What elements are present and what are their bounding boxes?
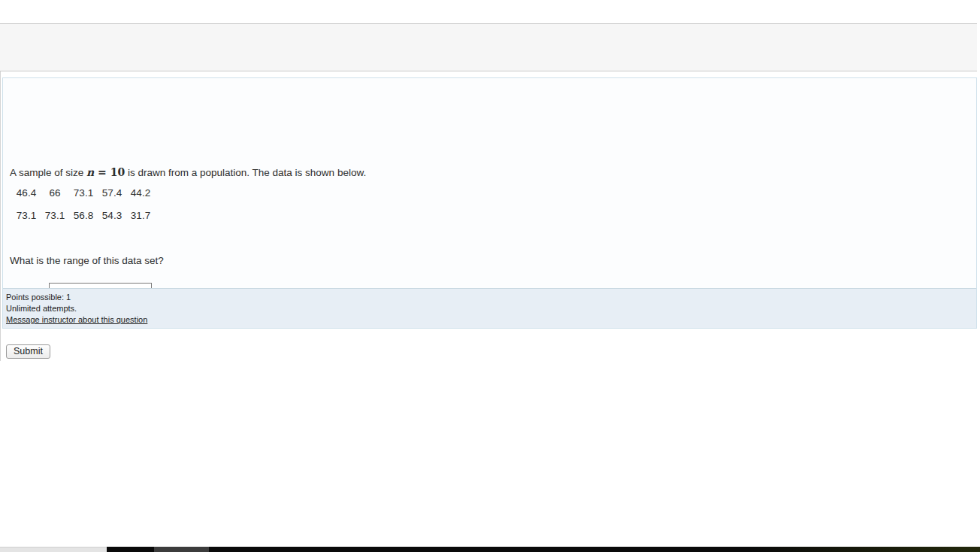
data-cell: 44.2 [126,181,155,204]
message-instructor-link[interactable]: Message instructor about this question [6,315,147,324]
data-cell: 54.3 [98,204,126,226]
points-possible-text: Points possible: 1 [6,292,976,303]
range-question-text: What is the range of this data set? [10,255,164,266]
math-equals-ten: = 10 [94,166,125,178]
page-left-border [0,71,1,361]
data-cell: 73.1 [12,204,41,226]
submit-button[interactable]: Submit [6,344,50,359]
header-band [0,23,977,71]
intro-text-prefix: A sample of size [10,167,86,178]
taskbar-segment-black2 [209,547,980,552]
data-cell: 46.4 [12,181,41,204]
table-row: 73.1 73.1 56.8 54.3 31.7 [12,204,155,226]
taskbar-segment-light [0,547,107,552]
taskbar-sliver [0,547,980,552]
question-box: A sample of size n = 10 is drawn from a … [2,77,977,329]
question-intro: A sample of size n = 10 is drawn from a … [10,166,366,178]
table-row: 46.4 66 73.1 57.4 44.2 [12,181,155,204]
data-cell: 73.1 [69,181,98,204]
data-cell: 56.8 [69,204,98,226]
sample-data-table: 46.4 66 73.1 57.4 44.2 73.1 73.1 56.8 54… [12,181,155,226]
math-n: n [86,166,94,178]
taskbar-segment-gray [154,547,209,552]
taskbar-segment-black [107,547,154,552]
intro-text-suffix: is drawn from a population. The data is … [125,167,366,178]
page: A sample of size n = 10 is drawn from a … [0,0,980,552]
attempts-text: Unlimited attempts. [6,303,976,314]
data-cell: 66 [41,181,69,204]
data-cell: 73.1 [41,204,69,226]
data-cell: 57.4 [98,181,126,204]
question-footer: Points possible: 1 Unlimited attempts. M… [3,288,976,328]
data-cell: 31.7 [126,204,155,226]
